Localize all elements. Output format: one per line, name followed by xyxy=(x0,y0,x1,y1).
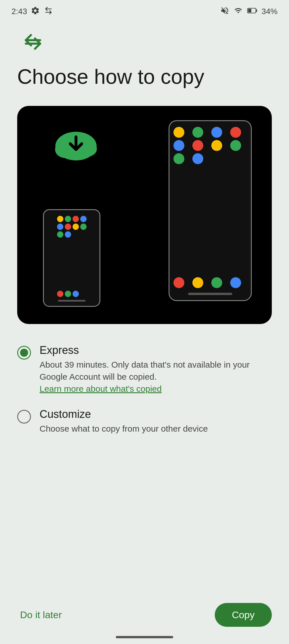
source-phone xyxy=(43,209,100,307)
customize-option-content: Customize Choose what to copy from your … xyxy=(40,408,272,435)
express-description: About 39 minutes. Only data that's not a… xyxy=(40,359,272,383)
transfer-arrows-status-icon xyxy=(43,7,54,17)
gear-icon xyxy=(31,6,40,17)
customize-radio-outer[interactable] xyxy=(17,410,31,424)
main-content: Choose how to copy xyxy=(0,21,289,435)
illustration-box xyxy=(17,106,272,324)
time-label: 2:43 xyxy=(11,7,27,16)
page-title: Choose how to copy xyxy=(17,65,272,89)
status-left: 2:43 xyxy=(11,6,54,17)
battery-icon xyxy=(247,7,257,17)
svg-rect-2 xyxy=(248,9,251,12)
options-section: Express About 39 minutes. Only data that… xyxy=(17,344,272,435)
customize-description: Choose what to copy from your other devi… xyxy=(40,423,272,435)
wifi-icon xyxy=(233,7,243,17)
status-bar: 2:43 xyxy=(0,0,289,21)
small-phone-nav xyxy=(58,300,85,302)
status-right: 34% xyxy=(220,6,278,17)
svg-rect-1 xyxy=(256,9,257,11)
express-radio[interactable] xyxy=(17,346,31,360)
express-radio-outer[interactable] xyxy=(17,346,31,360)
top-transfer-icon xyxy=(17,32,272,53)
battery-percent: 34% xyxy=(261,7,278,16)
cloud-download-icon xyxy=(52,126,100,167)
express-option[interactable]: Express About 39 minutes. Only data that… xyxy=(17,344,272,394)
large-phone-nav xyxy=(188,293,232,295)
express-option-content: Express About 39 minutes. Only data that… xyxy=(40,344,272,394)
customize-radio[interactable] xyxy=(17,410,31,424)
do-it-later-button[interactable]: Do it later xyxy=(17,606,65,623)
customize-option[interactable]: Customize Choose what to copy from your … xyxy=(17,408,272,435)
copy-button[interactable]: Copy xyxy=(215,603,272,627)
target-phone xyxy=(169,120,252,301)
home-indicator xyxy=(116,636,173,638)
learn-more-link[interactable]: Learn more about what's copied xyxy=(40,384,272,394)
customize-title: Customize xyxy=(40,408,272,420)
mute-icon xyxy=(220,6,229,17)
express-title: Express xyxy=(40,344,272,356)
express-radio-inner xyxy=(20,349,28,357)
